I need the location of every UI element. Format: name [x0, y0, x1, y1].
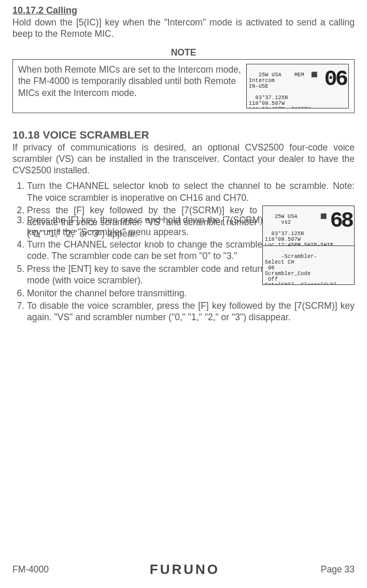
- lcd-line: Off: [265, 277, 278, 282]
- lcd-intercom: 25W USA MEM ⬛ Intercom IN-USE 83°37.125N…: [246, 64, 349, 108]
- page-footer: FM-4000 FURUNO Page 33: [0, 562, 367, 578]
- lcd-line: 118°09.507W: [265, 237, 301, 242]
- lcd-line: 83°37.125N: [249, 95, 288, 101]
- step-7: To disable the voice scrambler, press th…: [27, 300, 355, 323]
- footer-page: Page 33: [321, 564, 355, 575]
- footer-model: FM-4000: [12, 564, 49, 575]
- footer-brand: FURUNO: [150, 562, 220, 578]
- note-text: When both Remote MICs are set to the Int…: [18, 64, 242, 99]
- lcd-channel: 06: [324, 67, 346, 91]
- lcd-line: vs2: [265, 220, 291, 225]
- lcd-line: Loc 12:45PM SHIP-SHIP: [265, 242, 333, 246]
- subsection-heading: 10.17.2 Calling: [12, 5, 355, 16]
- lcd-line: IN-USE: [249, 84, 269, 89]
- steps-list: Turn the CHANNEL selector knob to select…: [12, 180, 355, 323]
- lcd-line: 83°37.125N: [265, 231, 304, 237]
- lcd-line: Scrambler_Code: [265, 271, 310, 277]
- lcd-line: Loc 12:45PM SAFETY: [249, 106, 311, 108]
- lcd-line: 06: [265, 265, 275, 271]
- lcd-line: -Scrambler-: [265, 254, 317, 259]
- lcd-line: 118°09.507W: [249, 101, 285, 106]
- lcd-line: Intercom: [249, 78, 275, 84]
- lcd-channel: 68: [330, 209, 352, 233]
- lcd-line: 25W USA MEM ⬛: [249, 72, 317, 78]
- subsection-body: Hold down the [5(IC)] key when the "Inte…: [12, 17, 355, 40]
- lcd-line: Set>[ENT], Clear>[CLR]: [265, 282, 337, 285]
- note-box: When both Remote MICs are set to the Int…: [12, 59, 355, 113]
- section-intro: If privacy of communications is desired,…: [12, 142, 355, 176]
- lcd-scrambler-menu: -Scrambler- Select CH 06 Scrambler_Code …: [262, 246, 355, 285]
- lcd-line: 25W USA ⬛: [265, 214, 327, 220]
- step-1: Turn the CHANNEL selector knob to select…: [27, 180, 355, 203]
- lcd-line: Select CH: [265, 259, 294, 265]
- lcd-vs68: 25W USA ⬛ vs2 83°37.125N 118°09.507W Loc…: [262, 206, 355, 246]
- step-4: Turn the CHANNEL selector knob to change…: [27, 239, 265, 262]
- step-6: Monitor the channel before transmitting.: [27, 288, 355, 299]
- note-label: NOTE: [12, 47, 355, 58]
- section-heading: 10.18 VOICE SCRAMBLER: [12, 129, 355, 141]
